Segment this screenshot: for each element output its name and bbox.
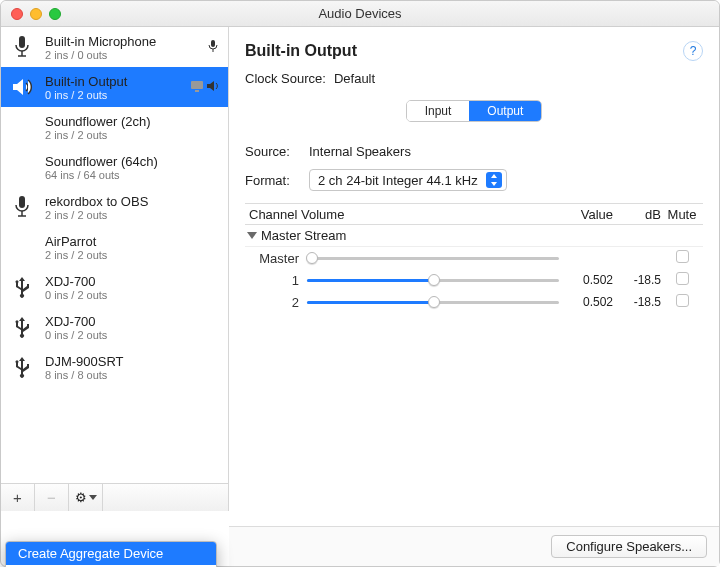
clock-source-label: Clock Source: — [245, 71, 326, 86]
format-label: Format: — [245, 173, 301, 188]
channel-db: -18.5 — [613, 295, 661, 309]
device-name: Soundflower (64ch) — [45, 154, 212, 169]
zoom-icon[interactable] — [49, 8, 61, 20]
disclosure-triangle-icon[interactable] — [247, 232, 257, 239]
speaker-icon — [7, 76, 37, 98]
volume-slider[interactable] — [307, 273, 559, 287]
clock-source-value: Default — [334, 71, 375, 86]
add-device-menu: Create Aggregate DeviceCreate Multi-Outp… — [5, 541, 217, 567]
sidebar-device-item[interactable]: Soundflower (64ch)64 ins / 64 outs — [1, 147, 228, 187]
device-io-count: 0 ins / 2 outs — [45, 89, 182, 101]
col-mute: Mute — [661, 207, 703, 222]
device-list: Built-in Microphone2 ins / 0 outsBuilt-i… — [1, 27, 228, 483]
device-name: Built-in Output — [45, 74, 182, 89]
sidebar-device-item[interactable]: rekordbox to OBS2 ins / 2 outs — [1, 187, 228, 227]
tab-input[interactable]: Input — [407, 101, 470, 121]
sidebar-device-item[interactable]: XDJ-7000 ins / 2 outs — [1, 307, 228, 347]
sidebar-device-item[interactable]: DJM-900SRT8 ins / 8 outs — [1, 347, 228, 387]
col-channel: Channel Volume — [245, 207, 559, 222]
sidebar-toolbar: + − ⚙ — [1, 483, 228, 511]
add-device-button[interactable]: + — [1, 484, 35, 511]
format-select[interactable]: 2 ch 24-bit Integer 44.1 kHz — [309, 169, 507, 191]
mic-icon — [7, 195, 37, 219]
sidebar-device-item[interactable]: Built-in Microphone2 ins / 0 outs — [1, 27, 228, 67]
device-name: Soundflower (2ch) — [45, 114, 212, 129]
channel-label: 1 — [247, 273, 307, 288]
volume-slider[interactable] — [307, 251, 559, 265]
gear-icon: ⚙ — [75, 490, 87, 505]
channel-label: 2 — [247, 295, 307, 310]
sidebar-device-item[interactable]: XDJ-7000 ins / 2 outs — [1, 267, 228, 307]
volume-slider[interactable] — [307, 295, 559, 309]
device-name: AirParrot — [45, 234, 212, 249]
format-value: 2 ch 24-bit Integer 44.1 kHz — [318, 173, 478, 188]
channel-value: 0.502 — [559, 295, 613, 309]
device-io-count: 2 ins / 2 outs — [45, 209, 212, 221]
device-sidebar: Built-in Microphone2 ins / 0 outsBuilt-i… — [1, 27, 229, 511]
usb-icon — [7, 275, 37, 299]
window-controls — [11, 8, 61, 20]
usb-icon — [7, 355, 37, 379]
mute-checkbox[interactable] — [676, 272, 689, 285]
device-io-count: 2 ins / 0 outs — [45, 49, 198, 61]
master-stream-row[interactable]: Master Stream — [245, 225, 703, 247]
mic-icon — [7, 35, 37, 59]
device-name: DJM-900SRT — [45, 354, 212, 369]
chevron-up-down-icon — [486, 172, 502, 188]
svg-rect-3 — [211, 40, 215, 47]
channel-value: 0.502 — [559, 273, 613, 287]
device-io-count: 0 ins / 2 outs — [45, 289, 212, 301]
channel-row: Master — [245, 247, 703, 269]
svg-rect-6 — [195, 90, 199, 92]
channel-db: -18.5 — [613, 273, 661, 287]
svg-rect-7 — [19, 196, 25, 208]
sidebar-device-item[interactable]: Soundflower (2ch)2 ins / 2 outs — [1, 107, 228, 147]
channel-table-header: Channel Volume Value dB Mute — [245, 203, 703, 225]
device-io-count: 8 ins / 8 outs — [45, 369, 212, 381]
default-input-icon — [206, 39, 220, 56]
device-io-count: 0 ins / 2 outs — [45, 329, 212, 341]
tab-output[interactable]: Output — [469, 101, 541, 121]
configure-speakers-button[interactable]: Configure Speakers... — [551, 535, 707, 558]
source-value: Internal Speakers — [309, 144, 411, 159]
actions-menu-button[interactable]: ⚙ — [69, 484, 103, 511]
master-stream-label: Master Stream — [261, 228, 346, 243]
device-io-count: 64 ins / 64 outs — [45, 169, 212, 181]
details-footer: Configure Speakers... — [229, 526, 719, 566]
device-io-count: 2 ins / 2 outs — [45, 129, 212, 141]
remove-device-button[interactable]: − — [35, 484, 69, 511]
sidebar-device-item[interactable]: AirParrot2 ins / 2 outs — [1, 227, 228, 267]
device-name: rekordbox to OBS — [45, 194, 212, 209]
close-icon[interactable] — [11, 8, 23, 20]
help-button[interactable]: ? — [683, 41, 703, 61]
device-io-count: 2 ins / 2 outs — [45, 249, 212, 261]
menu-item[interactable]: Create Aggregate Device — [6, 542, 216, 565]
channel-label: Master — [247, 251, 307, 266]
col-value: Value — [559, 207, 613, 222]
minimize-icon[interactable] — [30, 8, 42, 20]
titlebar: Audio Devices — [1, 1, 719, 27]
svg-rect-5 — [191, 81, 203, 89]
default-output-icon — [206, 79, 220, 96]
usb-icon — [7, 315, 37, 339]
window-title: Audio Devices — [318, 6, 401, 21]
device-name: XDJ-700 — [45, 314, 212, 329]
device-name: XDJ-700 — [45, 274, 212, 289]
device-name: Built-in Microphone — [45, 34, 198, 49]
system-output-icon — [190, 79, 204, 96]
mute-checkbox[interactable] — [676, 250, 689, 263]
svg-rect-0 — [19, 36, 25, 48]
audio-midi-setup-window: Audio Devices Built-in Microphone2 ins /… — [0, 0, 720, 567]
sidebar-device-item[interactable]: Built-in Output0 ins / 2 outs — [1, 67, 228, 107]
device-title: Built-in Output — [245, 42, 675, 60]
io-tabs: Input Output — [406, 100, 543, 122]
col-db: dB — [613, 207, 661, 222]
channel-row: 20.502-18.5 — [245, 291, 703, 313]
source-label: Source: — [245, 144, 301, 159]
device-details-panel: Built-in Output ? Clock Source: Default … — [229, 27, 719, 511]
mute-checkbox[interactable] — [676, 294, 689, 307]
channel-row: 10.502-18.5 — [245, 269, 703, 291]
